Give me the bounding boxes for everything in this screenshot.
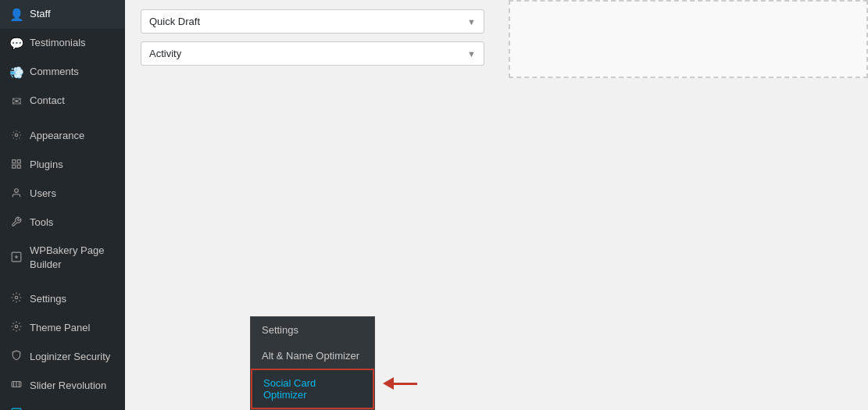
sidebar-item-testimonials[interactable]: 💬 Testimonials — [0, 29, 125, 58]
svg-point-7 — [15, 297, 18, 300]
svg-rect-1 — [13, 160, 16, 163]
sidebar-item-label: Slider Revolution — [30, 379, 106, 393]
sidebar-item-label: Users — [30, 187, 56, 201]
sidebar-item-tools[interactable]: Tools — [0, 209, 125, 237]
quick-draft-dropdown[interactable]: Quick Draft ▼ — [141, 9, 484, 34]
svg-rect-4 — [13, 165, 16, 168]
arrow-head-icon — [383, 377, 394, 390]
sidebar-item-staff[interactable]: 👤 Staff — [0, 0, 125, 29]
sidebar-item-plugins[interactable]: Plugins — [0, 151, 125, 180]
sidebar-item-label: Plugins — [30, 158, 63, 172]
sidebar-item-contact[interactable]: ✉ Contact — [0, 87, 125, 116]
users-icon — [9, 186, 23, 202]
sidebar-item-label: Contact — [30, 94, 65, 108]
chevron-down-icon-2: ▼ — [467, 49, 476, 59]
settings-icon — [9, 291, 23, 307]
slider-revolution-icon — [9, 377, 23, 394]
svg-point-0 — [15, 134, 18, 137]
svg-rect-3 — [17, 165, 20, 168]
tools-icon — [9, 215, 23, 231]
sidebar-item-appearance[interactable]: Appearance — [0, 122, 125, 151]
submenu-item-alt-name[interactable]: Alt & Name Optimizer — [251, 343, 374, 369]
sidebar-item-label: Appearance — [30, 129, 84, 143]
svg-point-5 — [15, 189, 19, 193]
appearance-icon — [9, 128, 23, 144]
dashed-placeholder — [509, 0, 868, 78]
chevron-down-icon: ▼ — [467, 17, 476, 27]
sidebar-item-image-seo[interactable]: Image SEO — [0, 400, 125, 410]
submenu-item-label: Settings — [262, 324, 298, 336]
sidebar-item-label: Theme Panel — [30, 321, 90, 335]
sidebar-item-theme-panel[interactable]: Theme Panel — [0, 313, 125, 342]
contact-icon: ✉ — [9, 93, 23, 109]
activity-value: Activity — [149, 48, 181, 59]
plugins-icon — [9, 157, 23, 173]
sidebar-item-label: Tools — [30, 216, 53, 230]
svg-point-8 — [15, 326, 18, 329]
arrow-line — [394, 383, 417, 385]
sidebar-item-label: Comments — [30, 65, 79, 79]
sidebar-item-label: WPBakery Page Builder — [30, 244, 116, 272]
sidebar-item-wpbakery[interactable]: WPBakery Page Builder — [0, 237, 125, 278]
wpbakery-icon — [9, 250, 23, 266]
staff-icon: 👤 — [9, 6, 23, 23]
sidebar-item-label: Staff — [30, 7, 51, 21]
submenu-popup: Settings Alt & Name Optimizer Social Car… — [250, 316, 375, 410]
image-seo-icon — [9, 406, 23, 410]
comments-icon: 💨 — [9, 64, 23, 80]
sidebar-item-slider-revolution[interactable]: Slider Revolution — [0, 371, 125, 400]
sidebar-item-label: Settings — [30, 292, 66, 306]
sidebar-item-comments[interactable]: 💨 Comments — [0, 58, 125, 87]
theme-panel-icon — [9, 319, 23, 336]
submenu-item-settings[interactable]: Settings — [251, 317, 374, 343]
sidebar-item-settings[interactable]: Settings — [0, 284, 125, 313]
sidebar-item-users[interactable]: Users — [0, 180, 125, 209]
main-content: Quick Draft ▼ Activity ▼ Settings Alt & … — [125, 0, 868, 410]
submenu-item-social-card[interactable]: Social Card Optimizer — [251, 369, 374, 409]
sidebar-item-loginizer[interactable]: Loginizer Security — [0, 342, 125, 371]
sidebar: 👤 Staff 💬 Testimonials 💨 Comments ✉ Cont… — [0, 0, 125, 410]
submenu-item-label: Social Card Optimizer — [263, 377, 316, 401]
svg-rect-2 — [17, 160, 20, 163]
red-arrow-indicator — [383, 377, 417, 390]
sidebar-item-label: Testimonials — [30, 36, 86, 50]
quick-draft-value: Quick Draft — [149, 16, 200, 27]
activity-dropdown[interactable]: Activity ▼ — [141, 41, 484, 66]
submenu-item-label: Alt & Name Optimizer — [262, 350, 359, 362]
testimonials-icon: 💬 — [9, 35, 23, 52]
sidebar-item-label: Loginizer Security — [30, 350, 110, 364]
loginizer-icon — [9, 348, 23, 365]
